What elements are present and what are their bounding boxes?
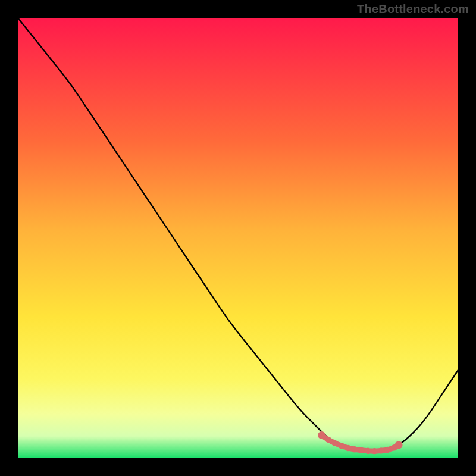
highlight-dot bbox=[325, 437, 331, 443]
highlight-dot bbox=[365, 448, 371, 454]
highlight-dot bbox=[378, 447, 384, 453]
highlight-dot bbox=[358, 447, 364, 453]
highlight-dot bbox=[339, 443, 345, 449]
highlight-dot bbox=[345, 445, 351, 451]
highlight-dot bbox=[352, 446, 358, 452]
gradient-background bbox=[18, 18, 458, 458]
highlight-dot bbox=[318, 431, 325, 439]
watermark-label: TheBottleneck.com bbox=[357, 2, 469, 16]
highlight-dot bbox=[332, 440, 338, 446]
highlight-dot bbox=[395, 441, 403, 449]
chart-stage: TheBottleneck.com bbox=[0, 0, 476, 476]
highlight-dot bbox=[371, 448, 377, 454]
chart-svg bbox=[18, 18, 458, 458]
plot-area bbox=[18, 18, 458, 458]
highlight-dot bbox=[384, 447, 390, 453]
